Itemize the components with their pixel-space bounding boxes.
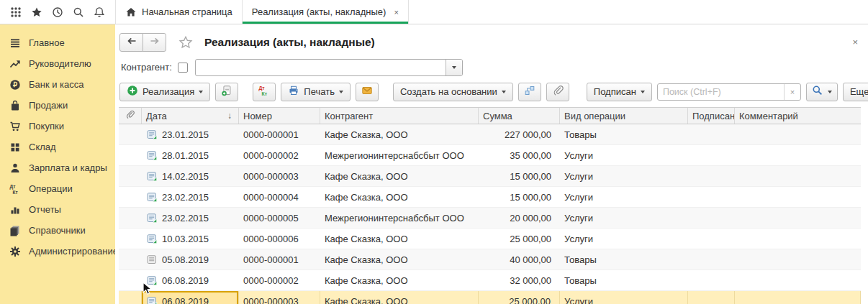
cell-comment[interactable] (735, 187, 861, 207)
cell-attach[interactable] (119, 187, 142, 207)
tab-home[interactable]: Начальная страница (115, 0, 243, 24)
cell-number[interactable]: 0000-000002 (239, 270, 320, 290)
search-options-button[interactable] (806, 83, 838, 101)
cell-operation[interactable]: Услуги (560, 187, 688, 207)
column-signed[interactable]: Подписан (688, 108, 735, 124)
column-date[interactable]: Дата ↓ (142, 108, 239, 124)
cell-sum[interactable]: 25 000,00 (479, 291, 560, 304)
sidebar-item-purchases[interactable]: Покупки (0, 116, 115, 137)
cell-date[interactable]: 23.01.2015 (142, 124, 239, 144)
grid-menu-icon[interactable] (9, 5, 23, 19)
cell-number[interactable]: 0000-000005 (239, 208, 320, 228)
sidebar-item-manager[interactable]: Руководителю (0, 53, 115, 74)
column-operation[interactable]: Вид операции (560, 108, 688, 124)
table-row[interactable]: 06.08.20190000-000003Кафе Сказка, ООО25 … (119, 291, 861, 304)
history-icon[interactable] (50, 5, 65, 19)
cell-comment[interactable] (735, 249, 861, 270)
column-number[interactable]: Номер (239, 108, 320, 124)
search-icon[interactable] (71, 5, 86, 19)
cell-number[interactable]: 0000-000002 (239, 145, 320, 165)
table-row[interactable]: 05.08.20190000-000001Кафе Сказка, ООО40 … (119, 249, 861, 270)
cell-attach[interactable] (119, 208, 142, 228)
cell-signed[interactable] (688, 270, 735, 290)
cell-date[interactable]: 14.02.2015 (142, 166, 239, 186)
cell-comment[interactable] (735, 145, 861, 165)
cell-number[interactable]: 0000-000001 (239, 124, 320, 144)
cell-number[interactable]: 0000-000003 (239, 166, 320, 186)
column-sum[interactable]: Сумма (479, 108, 560, 124)
contractor-filter-checkbox[interactable] (178, 63, 188, 73)
signed-filter-button[interactable]: Подписан (587, 83, 652, 101)
send-email-button[interactable] (356, 83, 379, 101)
cell-attach[interactable] (119, 124, 142, 144)
cell-attach[interactable] (119, 229, 142, 249)
cell-signed[interactable] (688, 124, 735, 144)
cell-sum[interactable]: 227 000,00 (479, 124, 560, 144)
cell-comment[interactable] (735, 208, 861, 228)
cell-date[interactable]: 05.08.2019 (142, 249, 239, 270)
cell-operation[interactable]: Услуги (560, 208, 688, 228)
cell-sum[interactable]: 20 000,00 (479, 208, 560, 228)
cell-contractor[interactable]: Межрегионинтерснабсбыт ООО (320, 208, 479, 228)
cell-comment[interactable] (735, 166, 861, 186)
sidebar-item-operations[interactable]: ДтКтОперации (0, 178, 115, 199)
cell-operation[interactable]: Товары (560, 249, 688, 270)
table-row[interactable]: 23.02.20150000-000004Кафе Сказка, ООО15 … (119, 187, 861, 208)
cell-comment[interactable] (735, 124, 861, 144)
contractor-dropdown-button[interactable] (446, 60, 462, 75)
back-button[interactable] (119, 33, 143, 52)
cell-date[interactable]: 23.02.2015 (142, 208, 239, 228)
clear-search-icon[interactable]: × (784, 84, 800, 100)
notifications-bell-icon[interactable] (92, 5, 107, 19)
cell-number[interactable]: 0000-000003 (239, 291, 320, 304)
cell-signed[interactable] (688, 249, 735, 270)
copy-document-button[interactable] (215, 83, 238, 101)
cell-date[interactable]: 10.03.2015 (142, 229, 239, 249)
cell-comment[interactable] (735, 229, 861, 249)
document-structure-button[interactable] (518, 83, 541, 101)
cell-date[interactable]: 28.01.2015 (142, 145, 239, 165)
table-row[interactable]: 23.01.20150000-000001Кафе Сказка, ООО227… (119, 124, 861, 145)
cell-attach[interactable] (119, 166, 142, 186)
cell-sum[interactable]: 32 000,00 (479, 270, 560, 290)
cell-signed[interactable] (688, 208, 735, 228)
cell-sum[interactable]: 15 000,00 (479, 187, 560, 207)
cell-operation[interactable]: Услуги (560, 145, 688, 165)
table-row[interactable]: 23.02.20150000-000005Межрегионинтерснабс… (119, 208, 861, 229)
cell-operation[interactable]: Услуги (560, 291, 688, 304)
sidebar-item-reports[interactable]: Отчеты (0, 199, 115, 220)
sidebar-item-administration[interactable]: Администрирование (0, 241, 115, 262)
sidebar-item-warehouse[interactable]: Склад (0, 137, 115, 157)
cell-contractor[interactable]: Кафе Сказка, ООО (320, 291, 479, 304)
cell-attach[interactable] (119, 291, 142, 304)
attachments-button[interactable] (546, 83, 569, 101)
favorites-star-icon[interactable] (30, 5, 44, 19)
print-button[interactable]: Печать (281, 83, 351, 101)
cell-number[interactable]: 0000-000001 (239, 249, 320, 270)
cell-comment[interactable] (735, 270, 861, 290)
cell-signed[interactable] (688, 229, 735, 249)
cell-contractor[interactable]: Межрегионинтерснабсбыт ООО (320, 145, 479, 165)
favorite-star-icon[interactable] (178, 35, 193, 50)
sidebar-item-main[interactable]: Главное (0, 32, 115, 53)
cell-contractor[interactable]: Кафе Сказка, ООО (320, 124, 479, 144)
cell-signed[interactable] (688, 145, 735, 165)
table-row[interactable]: 14.02.20150000-000003Кафе Сказка, ООО15 … (119, 166, 861, 187)
cell-date[interactable]: 06.08.2019 (142, 291, 239, 304)
show-postings-button[interactable]: ДтКт (253, 83, 276, 101)
tab-close-icon[interactable]: × (394, 8, 398, 17)
cell-sum[interactable]: 15 000,00 (479, 166, 560, 186)
cell-comment[interactable] (735, 291, 861, 304)
table-row[interactable]: 06.08.20190000-000002Кафе Сказка, ООО32 … (119, 270, 861, 291)
cell-date[interactable]: 23.02.2015 (142, 187, 239, 207)
cell-sum[interactable]: 35 000,00 (479, 145, 560, 165)
cell-contractor[interactable]: Кафе Сказка, ООО (320, 249, 479, 270)
forward-button[interactable] (143, 33, 166, 52)
column-attach[interactable] (119, 108, 142, 124)
cell-date[interactable]: 06.08.2019 (142, 270, 239, 290)
cell-operation[interactable]: Товары (560, 270, 688, 290)
cell-contractor[interactable]: Кафе Сказка, ООО (320, 187, 479, 207)
cell-signed[interactable] (688, 166, 735, 186)
cell-attach[interactable] (119, 145, 142, 165)
cell-number[interactable]: 0000-000006 (239, 229, 320, 249)
